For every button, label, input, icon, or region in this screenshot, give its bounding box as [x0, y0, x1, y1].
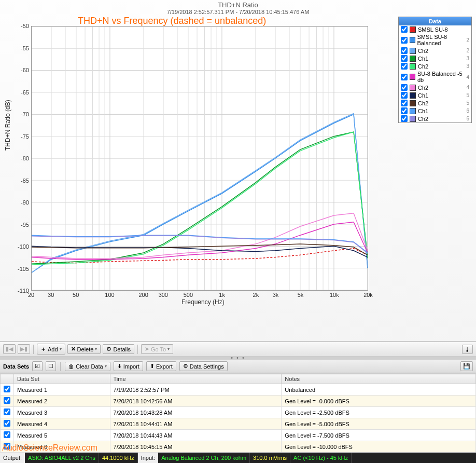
legend-item[interactable]: SU-8 Balanced -5 db4 [399, 70, 471, 84]
x-axis-ticks: 2030501002003005001k2k3k5k10k20k [31, 292, 368, 299]
status-output-label: Output: [0, 453, 25, 463]
y-tick: -75 [21, 133, 29, 140]
legend-swatch [410, 56, 416, 62]
cell-time: 7/20/2018 10:44:43 AM [110, 430, 282, 441]
collapse-button[interactable]: ⭳ [462, 345, 473, 354]
status-output-rate: 44.1000 kHz [99, 453, 138, 463]
legend-checkbox[interactable] [401, 26, 408, 33]
plot-canvas[interactable] [31, 26, 368, 291]
legend-checkbox[interactable] [401, 47, 408, 54]
legend-swatch [410, 26, 416, 33]
table-col-header[interactable]: Data Set [14, 374, 110, 384]
data-settings-button[interactable]: ⚙Data Settings [179, 361, 228, 371]
chart-title: THD+N Ratio [0, 0, 476, 9]
row-checkbox[interactable] [4, 397, 10, 404]
y-axis-ticks: -50-55-60-65-70-75-80-85-90-95-100-105-1… [16, 26, 30, 291]
legend-panel[interactable]: Data SMSL SU-8SMSL SU-8 Balanced2Ch22Ch1… [398, 17, 472, 123]
goto-button[interactable]: ➤Go To ▾ [141, 344, 173, 354]
y-tick: -105 [18, 266, 29, 272]
legend-item[interactable]: Ch25 [399, 99, 471, 107]
add-button[interactable]: ＋Add ▾ [37, 344, 65, 355]
legend-checkbox[interactable] [401, 63, 408, 70]
clear-data-button[interactable]: 🗑Clear Data ▾ [65, 362, 110, 371]
cell-dataset: Measured 2 [14, 396, 110, 407]
legend-label: Ch1 [418, 56, 428, 62]
legend-item[interactable]: Ch22 [399, 47, 471, 55]
legend-item[interactable]: Ch26 [399, 115, 471, 122]
chart-date-range: 7/19/2018 2:52:57.311 PM - 7/20/2018 10:… [0, 9, 476, 15]
row-checkbox[interactable] [4, 386, 10, 392]
legend-item[interactable]: Ch24 [399, 84, 471, 91]
legend-suffix: 6 [466, 116, 469, 121]
legend-suffix: 3 [466, 56, 469, 61]
cell-time: 7/20/2018 10:45:15 AM [110, 441, 282, 453]
legend-item[interactable]: Ch15 [399, 91, 471, 99]
y-axis-label: THD+N Ratio (dB) [4, 100, 11, 151]
table-row[interactable]: Measured 17/19/2018 2:52:57 PMUnbalanced [1, 384, 476, 396]
table-row[interactable]: Measured 57/20/2018 10:44:43 AMGen Level… [1, 430, 476, 441]
next-button[interactable]: ▶▮ [18, 344, 30, 354]
y-tick: -100 [18, 243, 29, 250]
data-table-wrap: Data SetTimeNotes Measured 17/19/2018 2:… [0, 373, 476, 453]
x-tick: 20 [28, 292, 34, 298]
legend-item[interactable]: Ch16 [399, 107, 471, 115]
details-button[interactable]: ⚙Details [103, 344, 134, 354]
y-tick: -85 [21, 178, 29, 184]
y-tick: -65 [21, 89, 29, 96]
legend-swatch [410, 85, 416, 91]
save-button[interactable]: 💾 [460, 361, 473, 371]
legend-swatch [410, 74, 415, 80]
legend-swatch [410, 100, 416, 106]
table-col-header[interactable]: Time [110, 374, 282, 384]
table-row[interactable]: Measured 27/20/2018 10:42:56 AMGen Level… [1, 396, 476, 407]
cell-notes: Gen Level = -2.500 dBFS [282, 407, 476, 418]
legend-item[interactable]: Ch13 [399, 55, 471, 62]
delete-button[interactable]: ✕Delete ▾ [67, 344, 101, 354]
cell-time: 7/20/2018 10:42:56 AM [110, 396, 282, 407]
legend-checkbox[interactable] [401, 37, 408, 44]
legend-swatch [410, 92, 416, 99]
row-checkbox[interactable] [4, 431, 10, 438]
prev-button[interactable]: ▮◀ [3, 344, 16, 354]
data-sets-bar: Data Sets ☑ ☐ 🗑Clear Data ▾ ⬇Import ⬆Exp… [0, 360, 476, 373]
import-button[interactable]: ⬇Import [114, 361, 143, 371]
cell-notes: Gen Level = -0.000 dBFS [282, 396, 476, 407]
y-tick: -70 [21, 111, 29, 117]
legend-checkbox[interactable] [401, 92, 408, 99]
legend-checkbox[interactable] [401, 74, 408, 80]
table-row[interactable]: Measured 37/20/2018 10:43:28 AMGen Level… [1, 407, 476, 418]
table-col-header[interactable] [1, 374, 14, 384]
legend-checkbox[interactable] [401, 55, 408, 62]
cell-dataset: Measured 4 [14, 418, 110, 430]
legend-suffix: 6 [466, 108, 469, 114]
uncheck-all-button[interactable]: ☐ [46, 361, 56, 371]
x-tick: 5k [298, 292, 304, 298]
legend-swatch [410, 48, 416, 54]
legend-suffix: 4 [466, 74, 469, 80]
legend-swatch [410, 63, 416, 70]
legend-checkbox[interactable] [401, 107, 408, 114]
status-bar: Output: ASIO: ASIO4ALL v2 2 Chs 44.1000 … [0, 453, 476, 463]
legend-suffix: 5 [466, 92, 469, 98]
y-tick: -90 [21, 199, 29, 206]
x-tick: 2k [253, 292, 259, 298]
row-checkbox[interactable] [4, 408, 10, 415]
legend-checkbox[interactable] [401, 115, 408, 122]
export-button[interactable]: ⬆Export [146, 361, 176, 371]
legend-checkbox[interactable] [401, 84, 408, 91]
legend-label: Ch2 [418, 100, 428, 106]
legend-suffix: 2 [466, 48, 469, 53]
legend-item[interactable]: SMSL SU-8 [399, 25, 471, 33]
check-all-button[interactable]: ☑ [32, 361, 43, 371]
x-tick: 3k [273, 292, 279, 298]
table-col-header[interactable]: Notes [282, 374, 476, 384]
row-checkbox[interactable] [4, 420, 10, 427]
legend-label: Ch1 [418, 92, 428, 99]
legend-item[interactable]: Ch23 [399, 62, 471, 70]
legend-checkbox[interactable] [401, 100, 408, 106]
y-tick: -110 [18, 288, 29, 294]
y-tick: -50 [21, 23, 29, 29]
legend-item[interactable]: SMSL SU-8 Balanced2 [399, 33, 471, 47]
table-row[interactable]: Measured 47/20/2018 10:44:01 AMGen Level… [1, 418, 476, 430]
cell-time: 7/20/2018 10:43:28 AM [110, 407, 282, 418]
